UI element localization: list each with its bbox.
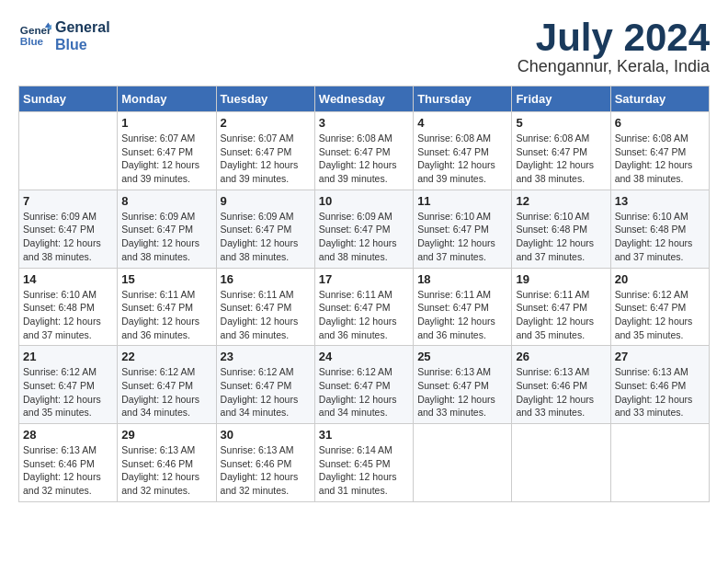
calendar-cell: 16Sunrise: 6:11 AMSunset: 6:47 PMDayligh… bbox=[216, 268, 314, 346]
calendar-cell: 6Sunrise: 6:08 AMSunset: 6:47 PMDaylight… bbox=[610, 112, 709, 190]
calendar-cell: 17Sunrise: 6:11 AMSunset: 6:47 PMDayligh… bbox=[314, 268, 413, 346]
day-number: 24 bbox=[319, 350, 409, 363]
calendar-cell: 9Sunrise: 6:09 AMSunset: 6:47 PMDaylight… bbox=[216, 190, 314, 268]
calendar-cell: 31Sunrise: 6:14 AMSunset: 6:45 PMDayligh… bbox=[314, 424, 413, 502]
title-section: July 2024 Chengannur, Kerala, India bbox=[518, 18, 710, 76]
calendar-cell: 2Sunrise: 6:07 AMSunset: 6:47 PMDaylight… bbox=[216, 112, 314, 190]
day-number: 8 bbox=[121, 194, 211, 208]
day-info: Sunrise: 6:11 AMSunset: 6:47 PMDaylight:… bbox=[516, 288, 606, 342]
day-number: 7 bbox=[23, 194, 113, 208]
weekday-header-wednesday: Wednesday bbox=[314, 86, 413, 112]
calendar-cell bbox=[610, 424, 709, 502]
calendar-cell: 12Sunrise: 6:10 AMSunset: 6:48 PMDayligh… bbox=[512, 190, 610, 268]
calendar-week-row: 1Sunrise: 6:07 AMSunset: 6:47 PMDaylight… bbox=[19, 112, 710, 190]
day-info: Sunrise: 6:13 AMSunset: 6:47 PMDaylight:… bbox=[417, 365, 507, 419]
calendar-cell: 22Sunrise: 6:12 AMSunset: 6:47 PMDayligh… bbox=[118, 346, 216, 424]
day-number: 27 bbox=[615, 350, 705, 363]
calendar-week-row: 28Sunrise: 6:13 AMSunset: 6:46 PMDayligh… bbox=[19, 424, 710, 502]
logo-text: General Blue bbox=[55, 18, 110, 53]
calendar-cell: 30Sunrise: 6:13 AMSunset: 6:46 PMDayligh… bbox=[216, 424, 314, 502]
day-info: Sunrise: 6:10 AMSunset: 6:48 PMDaylight:… bbox=[615, 210, 705, 264]
day-info: Sunrise: 6:12 AMSunset: 6:47 PMDaylight:… bbox=[615, 288, 705, 342]
day-info: Sunrise: 6:13 AMSunset: 6:46 PMDaylight:… bbox=[23, 443, 113, 498]
day-number: 19 bbox=[516, 272, 606, 286]
calendar-cell: 24Sunrise: 6:12 AMSunset: 6:47 PMDayligh… bbox=[314, 346, 413, 424]
calendar-cell: 5Sunrise: 6:08 AMSunset: 6:47 PMDaylight… bbox=[512, 112, 610, 190]
calendar-cell: 1Sunrise: 6:07 AMSunset: 6:47 PMDaylight… bbox=[118, 112, 216, 190]
day-number: 2 bbox=[221, 116, 311, 130]
calendar-cell: 14Sunrise: 6:10 AMSunset: 6:48 PMDayligh… bbox=[19, 268, 118, 346]
day-info: Sunrise: 6:08 AMSunset: 6:47 PMDaylight:… bbox=[319, 132, 409, 186]
day-info: Sunrise: 6:12 AMSunset: 6:47 PMDaylight:… bbox=[121, 365, 211, 419]
day-info: Sunrise: 6:08 AMSunset: 6:47 PMDaylight:… bbox=[516, 132, 606, 186]
day-number: 1 bbox=[121, 116, 211, 130]
calendar-cell: 13Sunrise: 6:10 AMSunset: 6:48 PMDayligh… bbox=[610, 190, 709, 268]
day-number: 23 bbox=[221, 350, 311, 363]
day-number: 22 bbox=[121, 350, 211, 363]
day-info: Sunrise: 6:13 AMSunset: 6:46 PMDaylight:… bbox=[615, 365, 705, 419]
weekday-header-monday: Monday bbox=[118, 86, 216, 112]
calendar-cell: 19Sunrise: 6:11 AMSunset: 6:47 PMDayligh… bbox=[512, 268, 610, 346]
calendar-cell: 7Sunrise: 6:09 AMSunset: 6:47 PMDaylight… bbox=[19, 190, 118, 268]
day-info: Sunrise: 6:11 AMSunset: 6:47 PMDaylight:… bbox=[121, 288, 211, 342]
day-info: Sunrise: 6:12 AMSunset: 6:47 PMDaylight:… bbox=[319, 365, 409, 419]
calendar-cell: 29Sunrise: 6:13 AMSunset: 6:46 PMDayligh… bbox=[118, 424, 216, 502]
location-title: Chengannur, Kerala, India bbox=[518, 57, 710, 76]
day-info: Sunrise: 6:09 AMSunset: 6:47 PMDaylight:… bbox=[319, 210, 409, 264]
day-number: 10 bbox=[319, 194, 409, 208]
day-number: 9 bbox=[221, 194, 311, 208]
day-number: 11 bbox=[417, 194, 507, 208]
calendar-cell: 25Sunrise: 6:13 AMSunset: 6:47 PMDayligh… bbox=[414, 346, 512, 424]
calendar-week-row: 7Sunrise: 6:09 AMSunset: 6:47 PMDaylight… bbox=[19, 190, 710, 268]
calendar-cell: 4Sunrise: 6:08 AMSunset: 6:47 PMDaylight… bbox=[414, 112, 512, 190]
day-number: 26 bbox=[516, 350, 606, 363]
calendar-table: SundayMondayTuesdayWednesdayThursdayFrid… bbox=[18, 86, 710, 502]
calendar-cell bbox=[512, 424, 610, 502]
calendar-cell: 27Sunrise: 6:13 AMSunset: 6:46 PMDayligh… bbox=[610, 346, 709, 424]
calendar-cell: 28Sunrise: 6:13 AMSunset: 6:46 PMDayligh… bbox=[19, 424, 118, 502]
day-info: Sunrise: 6:11 AMSunset: 6:47 PMDaylight:… bbox=[221, 288, 311, 342]
day-number: 3 bbox=[319, 116, 409, 130]
day-info: Sunrise: 6:07 AMSunset: 6:47 PMDaylight:… bbox=[121, 132, 211, 186]
calendar-cell: 15Sunrise: 6:11 AMSunset: 6:47 PMDayligh… bbox=[118, 268, 216, 346]
day-info: Sunrise: 6:10 AMSunset: 6:47 PMDaylight:… bbox=[417, 210, 507, 264]
day-info: Sunrise: 6:09 AMSunset: 6:47 PMDaylight:… bbox=[121, 210, 211, 264]
day-number: 28 bbox=[23, 428, 113, 442]
weekday-header-sunday: Sunday bbox=[19, 86, 118, 112]
day-number: 29 bbox=[121, 428, 211, 442]
day-number: 21 bbox=[23, 350, 113, 363]
month-title: July 2024 bbox=[518, 18, 710, 57]
day-info: Sunrise: 6:10 AMSunset: 6:48 PMDaylight:… bbox=[23, 288, 113, 342]
calendar-week-row: 14Sunrise: 6:10 AMSunset: 6:48 PMDayligh… bbox=[19, 268, 710, 346]
calendar-cell bbox=[19, 112, 118, 190]
day-number: 13 bbox=[615, 194, 705, 208]
day-info: Sunrise: 6:08 AMSunset: 6:47 PMDaylight:… bbox=[615, 132, 705, 186]
logo-icon: General Blue bbox=[18, 19, 51, 52]
day-info: Sunrise: 6:13 AMSunset: 6:46 PMDaylight:… bbox=[516, 365, 606, 419]
day-info: Sunrise: 6:10 AMSunset: 6:48 PMDaylight:… bbox=[516, 210, 606, 264]
weekday-header-row: SundayMondayTuesdayWednesdayThursdayFrid… bbox=[19, 86, 710, 112]
calendar-cell bbox=[414, 424, 512, 502]
day-number: 31 bbox=[319, 428, 409, 442]
page-header: General Blue General Blue July 2024 Chen… bbox=[18, 18, 710, 76]
weekday-header-thursday: Thursday bbox=[414, 86, 512, 112]
day-number: 16 bbox=[221, 272, 311, 286]
weekday-header-saturday: Saturday bbox=[610, 86, 709, 112]
day-number: 30 bbox=[221, 428, 311, 442]
weekday-header-friday: Friday bbox=[512, 86, 610, 112]
day-info: Sunrise: 6:09 AMSunset: 6:47 PMDaylight:… bbox=[221, 210, 311, 264]
calendar-cell: 26Sunrise: 6:13 AMSunset: 6:46 PMDayligh… bbox=[512, 346, 610, 424]
calendar-cell: 10Sunrise: 6:09 AMSunset: 6:47 PMDayligh… bbox=[314, 190, 413, 268]
day-number: 20 bbox=[615, 272, 705, 286]
calendar-week-row: 21Sunrise: 6:12 AMSunset: 6:47 PMDayligh… bbox=[19, 346, 710, 424]
weekday-header-tuesday: Tuesday bbox=[216, 86, 314, 112]
day-info: Sunrise: 6:12 AMSunset: 6:47 PMDaylight:… bbox=[221, 365, 311, 419]
calendar-cell: 18Sunrise: 6:11 AMSunset: 6:47 PMDayligh… bbox=[414, 268, 512, 346]
day-number: 18 bbox=[417, 272, 507, 286]
calendar-cell: 23Sunrise: 6:12 AMSunset: 6:47 PMDayligh… bbox=[216, 346, 314, 424]
svg-text:Blue: Blue bbox=[20, 35, 44, 47]
day-info: Sunrise: 6:07 AMSunset: 6:47 PMDaylight:… bbox=[221, 132, 311, 186]
day-info: Sunrise: 6:08 AMSunset: 6:47 PMDaylight:… bbox=[417, 132, 507, 186]
day-number: 6 bbox=[615, 116, 705, 130]
calendar-cell: 20Sunrise: 6:12 AMSunset: 6:47 PMDayligh… bbox=[610, 268, 709, 346]
